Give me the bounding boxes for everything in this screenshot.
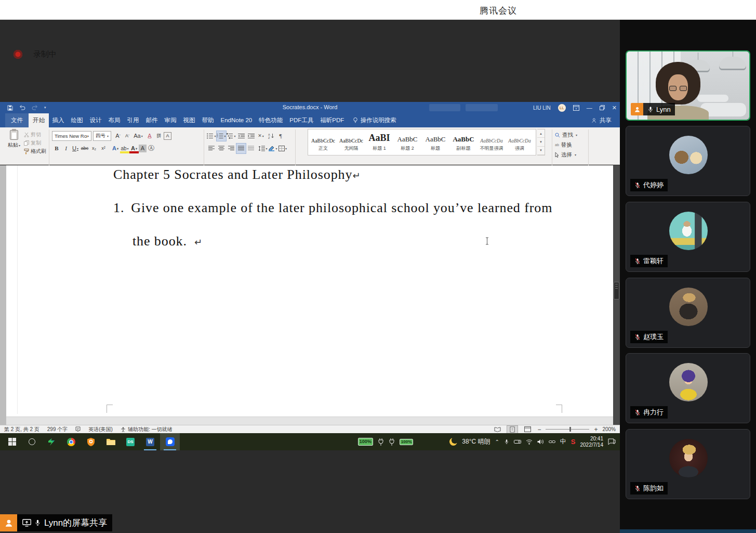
- tab-references[interactable]: 引用: [124, 113, 142, 127]
- multilevel-list-button[interactable]: ▾: [227, 131, 236, 141]
- tab-home[interactable]: 开始: [29, 113, 49, 127]
- tab-layout[interactable]: 布局: [105, 113, 124, 127]
- style-card-normal[interactable]: AaBbCcDc正文: [309, 131, 337, 155]
- style-card-title[interactable]: AaBbC标题: [421, 131, 449, 155]
- distribute-button[interactable]: [246, 144, 256, 153]
- read-mode-button[interactable]: [492, 426, 502, 433]
- app-word-icon[interactable]: W: [140, 433, 160, 450]
- change-case-button[interactable]: Aa▾: [134, 131, 143, 141]
- shading-button[interactable]: ▾: [268, 144, 277, 153]
- tray-expand-icon[interactable]: ⌃: [495, 439, 499, 445]
- line-spacing-button[interactable]: ▾: [258, 144, 268, 153]
- account-name[interactable]: LIU LIN: [533, 105, 551, 111]
- zoom-in-button[interactable]: +: [594, 426, 598, 433]
- ime-indicator[interactable]: 中: [560, 437, 566, 446]
- accessibility-status[interactable]: 辅助功能: 一切就绪: [121, 426, 173, 433]
- asian-layout-button[interactable]: ✕▾: [256, 131, 266, 141]
- cut-button[interactable]: 剪切: [24, 131, 41, 138]
- font-size-select[interactable]: 四号▾: [93, 131, 111, 141]
- notification-center-button[interactable]: [608, 438, 616, 445]
- style-card-subtitle[interactable]: AaBbC副标题: [449, 131, 478, 155]
- account-avatar[interactable]: LL: [558, 104, 566, 112]
- clock[interactable]: 20:412022/7/14: [580, 436, 604, 448]
- participant-tile[interactable]: 冉力行: [626, 353, 750, 423]
- select-button[interactable]: 选择▾: [555, 150, 587, 160]
- character-shading-button[interactable]: A: [139, 145, 147, 152]
- spellcheck-icon[interactable]: [75, 426, 81, 432]
- status-page-count[interactable]: 第 2 页, 共 2 页: [4, 426, 39, 433]
- numbering-button[interactable]: 12▾: [217, 131, 226, 141]
- paste-button[interactable]: 粘贴▾: [5, 130, 23, 149]
- tab-mailings[interactable]: 邮件: [142, 113, 161, 127]
- tab-review[interactable]: 审阅: [161, 113, 180, 127]
- replace-button[interactable]: ab替换: [555, 140, 587, 150]
- app-explorer-icon[interactable]: [101, 433, 121, 450]
- superscript-button[interactable]: x²: [99, 144, 108, 153]
- style-card-heading1[interactable]: AaBI标题 1: [365, 131, 393, 155]
- battery-indicator-2[interactable]: 100%: [400, 439, 413, 445]
- print-layout-button[interactable]: [507, 426, 518, 433]
- minimize-button[interactable]: —: [587, 105, 592, 111]
- strikethrough-button[interactable]: abc: [80, 144, 89, 153]
- web-layout-button[interactable]: [522, 426, 533, 433]
- zoom-slider[interactable]: [546, 429, 589, 430]
- font-color-button[interactable]: A▾: [129, 144, 139, 153]
- tray-wifi-icon[interactable]: [526, 439, 533, 445]
- scrollbar-thumb[interactable]: [614, 282, 619, 300]
- tab-special-features[interactable]: 特色功能: [256, 113, 286, 127]
- highlight-button[interactable]: ab▾: [120, 144, 129, 153]
- tab-draw[interactable]: 绘图: [68, 113, 86, 127]
- tray-link-icon[interactable]: [549, 439, 555, 445]
- tab-foxit-pdf[interactable]: 福昕PDF: [317, 113, 348, 127]
- tab-insert[interactable]: 插入: [49, 113, 68, 127]
- tab-pdf-tools[interactable]: PDF工具: [286, 113, 317, 127]
- document-area[interactable]: Chapter 5 Socrates and Later Philosophy↵…: [0, 165, 620, 425]
- align-left-button[interactable]: [207, 144, 216, 153]
- borders-button[interactable]: ▾: [278, 144, 287, 153]
- close-button[interactable]: ✕: [612, 105, 617, 111]
- enclose-characters-button[interactable]: Ⓐ: [147, 144, 156, 153]
- share-button[interactable]: 共享: [591, 113, 620, 127]
- tray-projector-icon[interactable]: [514, 439, 521, 445]
- justify-button[interactable]: [236, 144, 246, 153]
- zoom-out-button[interactable]: −: [537, 426, 541, 433]
- tab-view[interactable]: 视图: [180, 113, 198, 127]
- app-ds-icon[interactable]: DS: [121, 433, 140, 450]
- style-card-emphasis[interactable]: AaBbCcDa强调: [506, 131, 534, 155]
- tab-help[interactable]: 帮助: [198, 113, 217, 127]
- tray-volume-icon[interactable]: [537, 439, 544, 445]
- participant-tile[interactable]: 陈韵如: [626, 429, 750, 499]
- participant-tile-lynn[interactable]: Lynn: [626, 50, 750, 121]
- shrink-font-button[interactable]: Aˇ: [123, 131, 132, 141]
- show-marks-button[interactable]: ¶: [276, 131, 285, 141]
- search-button[interactable]: [22, 433, 42, 450]
- zoom-level[interactable]: 200%: [602, 426, 616, 432]
- moon-weather-icon[interactable]: [449, 438, 457, 446]
- participant-tile[interactable]: 代婷婷: [626, 126, 750, 196]
- tray-mic-icon[interactable]: [504, 438, 509, 445]
- align-right-button[interactable]: [227, 144, 236, 153]
- character-border-button[interactable]: A: [164, 132, 171, 140]
- tell-me-search[interactable]: 操作说明搜索: [353, 113, 396, 127]
- text-effects-button[interactable]: A▾: [111, 144, 120, 153]
- weather-text[interactable]: 38°C 晴朗: [462, 437, 490, 446]
- zoom-slider-thumb[interactable]: [569, 427, 571, 432]
- start-button[interactable]: [2, 433, 22, 450]
- battery-indicator[interactable]: 100%: [358, 438, 373, 446]
- ribbon-display-button[interactable]: [573, 105, 579, 111]
- underline-button[interactable]: U▾: [71, 144, 80, 153]
- increase-indent-button[interactable]: [246, 131, 256, 141]
- status-language[interactable]: 英语(美国): [88, 426, 113, 433]
- align-center-button[interactable]: [217, 144, 226, 153]
- font-family-select[interactable]: Times New Rom▾: [52, 131, 91, 141]
- styles-gallery-scroll[interactable]: ▲▼▼: [537, 129, 545, 155]
- app-meeting-icon[interactable]: [160, 433, 180, 450]
- sort-button[interactable]: AZ: [266, 131, 275, 141]
- participant-tile[interactable]: 赵璞玉: [626, 278, 750, 348]
- subscript-button[interactable]: x₂: [89, 144, 99, 153]
- find-button[interactable]: 查找▾: [555, 130, 587, 140]
- style-card-no-spacing[interactable]: AaBbCcDc无间隔: [337, 131, 365, 155]
- format-painter-button[interactable]: 格式刷: [24, 148, 46, 155]
- sogou-icon[interactable]: S: [571, 438, 576, 446]
- tab-endnote[interactable]: EndNote 20: [217, 113, 256, 127]
